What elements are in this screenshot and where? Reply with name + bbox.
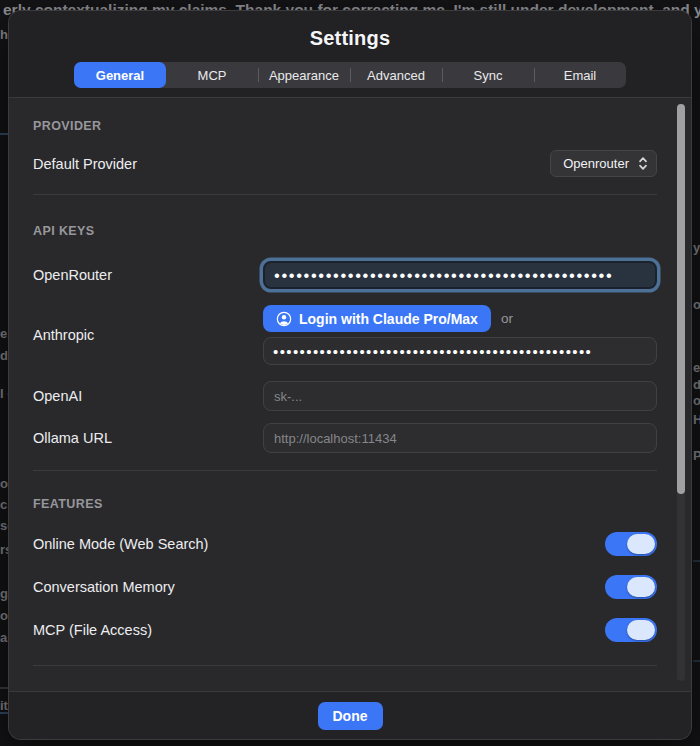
anthropic-key-row: Anthropic Login with Claude Pro/Max [33, 305, 657, 365]
default-provider-label: Default Provider [33, 156, 263, 172]
mcp-file-access-label: MCP (File Access) [33, 622, 263, 638]
section-divider [33, 194, 657, 195]
openai-key-row: OpenAI [33, 381, 657, 411]
toggle-knob [627, 577, 655, 597]
background-left-strip: hee,dl -ocssersgoasit [0, 0, 8, 746]
background-text-fragment: d [693, 377, 700, 392]
background-text-fragment: o [0, 476, 8, 491]
background-text-fragment: H [693, 412, 700, 427]
openrouter-key-row: OpenRouter •••••••••••••••••••••••••••••… [33, 258, 657, 292]
online-mode-row: Online Mode (Web Search) [33, 532, 657, 556]
background-text-fragment: it [0, 698, 8, 713]
background-text-fragment: o [0, 608, 8, 623]
background-text-fragment: l - [0, 386, 8, 401]
section-divider [33, 665, 657, 666]
default-provider-row: Default Provider Openrouter [33, 150, 657, 177]
background-text-fragment: o [693, 297, 700, 312]
background-text-fragment: rs [0, 542, 8, 557]
default-provider-value: Openrouter [563, 156, 629, 171]
background-text-fragment: o [693, 393, 700, 408]
online-mode-toggle[interactable] [605, 532, 657, 556]
background-divider-line [693, 560, 700, 562]
section-header-web-search: WEB SEARCH [33, 689, 657, 691]
settings-dialog: Settings General MCP Appearance Advanced… [8, 10, 692, 740]
settings-header: Settings General MCP Appearance Advanced… [9, 11, 691, 98]
section-header-provider: PROVIDER [33, 119, 657, 133]
toggle-knob [627, 620, 655, 640]
settings-scroll-area: PROVIDER Default Provider Openrouter API… [9, 98, 691, 691]
background-text-fragment: as [0, 630, 8, 645]
section-header-features: FEATURES [33, 497, 657, 511]
ollama-url-label: Ollama URL [33, 430, 263, 446]
section-divider [33, 470, 657, 471]
background-text-fragment: g [0, 586, 8, 601]
background-text-fragment: P [693, 448, 700, 463]
background-text-fragment: y [693, 240, 700, 255]
settings-tab-bar: General MCP Appearance Advanced Sync Ema… [74, 62, 626, 88]
tab-appearance[interactable]: Appearance [258, 62, 350, 88]
tab-email[interactable]: Email [534, 62, 626, 88]
background-divider-line [0, 133, 8, 135]
page-title: Settings [9, 27, 691, 50]
background-text-fragment: cs [0, 497, 8, 512]
background-text-fragment: se [0, 518, 8, 533]
anthropic-api-key-input[interactable]: ••••••••••••••••••••••••••••••••••••••••… [263, 337, 657, 365]
toggle-knob [627, 534, 655, 554]
background-text-fragment: he [0, 27, 8, 42]
background-right-strip: yoedoHP [693, 0, 700, 746]
tab-sync[interactable]: Sync [442, 62, 534, 88]
default-provider-select[interactable]: Openrouter [550, 150, 657, 177]
ollama-url-input[interactable] [263, 423, 657, 453]
login-claude-button-label: Login with Claude Pro/Max [299, 311, 478, 327]
settings-footer: Done [9, 691, 691, 739]
section-header-api-keys: API KEYS [33, 224, 657, 238]
anthropic-label: Anthropic [33, 327, 263, 343]
done-button[interactable]: Done [318, 702, 383, 730]
person-circle-icon [276, 311, 292, 327]
openai-label: OpenAI [33, 388, 263, 404]
mcp-file-access-row: MCP (File Access) [33, 618, 657, 642]
openai-api-key-input[interactable] [263, 381, 657, 411]
chevron-up-down-icon [638, 156, 648, 171]
background-text-fragment: d [0, 348, 8, 363]
conversation-memory-row: Conversation Memory [33, 575, 657, 599]
background-divider-line [0, 687, 8, 689]
ollama-url-row: Ollama URL [33, 423, 657, 453]
tab-advanced[interactable]: Advanced [350, 62, 442, 88]
or-text: or [501, 311, 513, 326]
mcp-file-access-toggle[interactable] [605, 618, 657, 642]
openrouter-label: OpenRouter [33, 267, 263, 283]
background-text-fragment: e, [0, 326, 8, 341]
login-claude-button[interactable]: Login with Claude Pro/Max [263, 305, 491, 332]
background-text-fragment: e [693, 360, 700, 375]
tab-mcp[interactable]: MCP [166, 62, 258, 88]
conversation-memory-toggle[interactable] [605, 575, 657, 599]
openrouter-api-key-input[interactable]: ••••••••••••••••••••••••••••••••••••••••… [263, 261, 657, 289]
conversation-memory-label: Conversation Memory [33, 579, 263, 595]
online-mode-label: Online Mode (Web Search) [33, 536, 263, 552]
tab-general[interactable]: General [74, 62, 166, 88]
scrollbar-thumb[interactable] [677, 104, 685, 494]
background-divider-line [693, 660, 700, 662]
